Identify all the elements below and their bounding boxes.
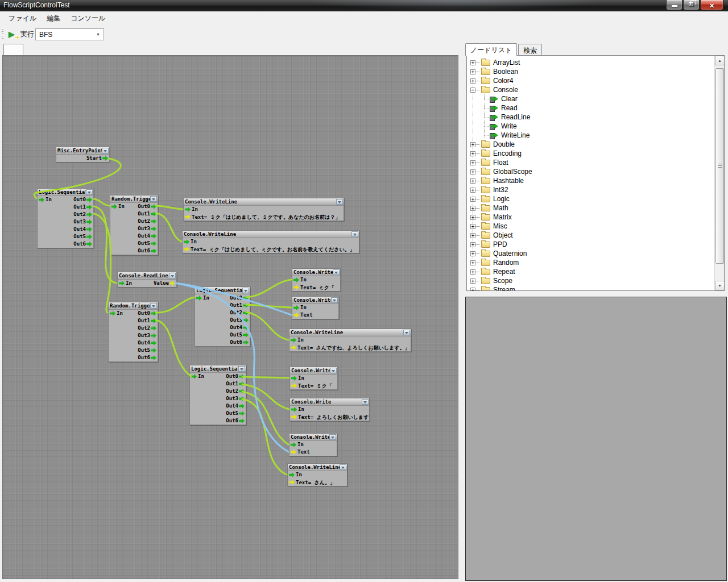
collapse-icon[interactable]: − — [470, 88, 475, 93]
tree-item-stream[interactable]: +Stream — [467, 285, 714, 290]
minimize-button[interactable] — [666, 0, 682, 10]
output-port-icon[interactable] — [151, 318, 156, 323]
expand-icon[interactable]: + — [470, 142, 475, 147]
node-header[interactable]: Console.Write — [289, 434, 337, 441]
input-port-icon[interactable] — [291, 376, 297, 381]
output-port-icon[interactable] — [243, 318, 249, 323]
node-console-write-14[interactable]: Console.WriteInText — [289, 433, 337, 456]
node-console-write-8[interactable]: Console.WriteInText= ミク「 — [292, 268, 341, 292]
output-port-icon[interactable] — [86, 234, 92, 239]
node-header[interactable]: Logic.Sequential — [190, 365, 246, 373]
node-header[interactable]: Console.Write — [290, 367, 337, 375]
node-console-writeline-4[interactable]: Console.WriteLineInText= ミク「はじめまして、ミクです。… — [182, 230, 359, 253]
output-port-icon[interactable] — [243, 310, 249, 315]
input-port-icon[interactable] — [291, 414, 297, 419]
output-port-icon[interactable] — [239, 411, 245, 416]
output-port-icon[interactable] — [102, 156, 108, 161]
output-port-icon[interactable] — [243, 296, 249, 301]
node-header[interactable]: Logic.Sequential — [195, 287, 250, 294]
tree-item-object[interactable]: +Object — [467, 231, 714, 240]
tree-item-color4[interactable]: +Color4 — [467, 76, 714, 85]
tree-item-console[interactable]: −Console — [467, 85, 714, 94]
input-port-icon[interactable] — [291, 407, 297, 412]
input-port-icon[interactable] — [293, 285, 299, 290]
node-dropdown-button[interactable] — [340, 464, 346, 470]
input-port-icon[interactable] — [293, 305, 299, 310]
input-port-icon[interactable] — [291, 450, 296, 455]
output-port-icon[interactable] — [243, 340, 249, 345]
run-button[interactable]: ▶ ➜ 実行 — [6, 27, 36, 41]
node-dropdown-button[interactable] — [330, 368, 337, 373]
node-console-writeline-10[interactable]: Console.WriteLineInText= さんですね、よろしくお願いしま… — [289, 329, 411, 352]
input-port-icon[interactable] — [293, 277, 299, 282]
node-header[interactable]: Random.Trigger — [109, 302, 158, 310]
node-dropdown-button[interactable] — [238, 366, 245, 372]
tree-item-ppd[interactable]: +PPD — [467, 240, 714, 249]
expand-icon[interactable]: + — [470, 288, 475, 291]
node-random-trigger-6[interactable]: Random.TriggerInOut0Out1Out2Out3Out4Out5… — [108, 302, 158, 362]
node-console-writeline-3[interactable]: Console.WriteLineInText= ミク「はじめまして、ミクです。… — [183, 198, 344, 221]
expand-icon[interactable]: + — [470, 69, 475, 74]
output-port-icon[interactable] — [86, 242, 92, 247]
node-console-writeline-15[interactable]: Console.WriteLineInText= さん。」 — [287, 463, 348, 487]
output-port-icon[interactable] — [151, 326, 156, 331]
node-header[interactable]: Random.Trigger — [110, 196, 158, 203]
output-port-icon[interactable] — [151, 248, 156, 253]
close-button[interactable]: ✕ — [700, 0, 723, 10]
node-dropdown-button[interactable] — [336, 199, 343, 205]
restore-button[interactable] — [683, 0, 700, 10]
algorithm-combobox[interactable]: BFS ▼ — [35, 28, 104, 40]
canvas-tab[interactable] — [3, 44, 23, 56]
output-port-icon[interactable] — [151, 204, 156, 209]
tree-item-float[interactable]: +Float — [467, 158, 714, 167]
node-dropdown-button[interactable] — [331, 297, 338, 303]
node-dropdown-button[interactable] — [102, 148, 109, 153]
input-port-icon[interactable] — [39, 197, 44, 202]
input-port-icon[interactable] — [196, 296, 202, 301]
menu-item-1[interactable]: 編集 — [42, 12, 65, 25]
output-port-icon[interactable] — [151, 340, 156, 346]
node-dropdown-button[interactable] — [150, 196, 157, 202]
output-port-icon[interactable] — [239, 389, 245, 394]
node-header[interactable]: Logic.Sequential — [38, 189, 93, 196]
tree-item-repeat[interactable]: +Repeat — [467, 267, 714, 276]
tree-item-hashtable[interactable]: +Hashtable — [467, 176, 714, 185]
tree-item-write[interactable]: Write — [467, 122, 714, 131]
node-dropdown-button[interactable] — [150, 303, 157, 309]
tree-item-matrix[interactable]: +Matrix — [467, 213, 714, 222]
node-header[interactable]: Console.Write — [292, 269, 340, 276]
expand-icon[interactable]: + — [470, 269, 475, 275]
output-port-icon[interactable] — [151, 211, 156, 217]
expand-icon[interactable]: + — [470, 206, 475, 211]
node-dropdown-button[interactable] — [351, 231, 358, 237]
tree-item-encoding[interactable]: +Encoding — [467, 149, 714, 158]
node-header[interactable]: Console.WriteLine — [288, 464, 347, 471]
node-random-trigger-2[interactable]: Random.TriggerInOut0Out1Out2Out3Out4Out5… — [110, 195, 158, 255]
output-port-icon[interactable] — [239, 404, 245, 409]
node-dropdown-button[interactable] — [86, 189, 93, 195]
node-dropdown-button[interactable] — [403, 330, 410, 335]
tree-item-readline[interactable]: ReadLine — [467, 113, 714, 122]
node-misc-entrypoint-0[interactable]: Misc.EntryPointStart — [56, 147, 110, 163]
tree-scrollbar[interactable]: ▲ ▼ — [714, 56, 724, 290]
expand-icon[interactable]: + — [470, 233, 475, 238]
output-port-icon[interactable] — [86, 197, 92, 202]
output-port-icon[interactable] — [86, 219, 92, 225]
tree-item-quaternion[interactable]: +Quaternion — [467, 249, 714, 258]
expand-icon[interactable]: + — [470, 251, 475, 256]
expand-icon[interactable]: + — [470, 278, 475, 284]
node-dropdown-button[interactable] — [333, 269, 340, 275]
node-header[interactable]: Console.WriteLine — [184, 198, 344, 206]
input-port-icon[interactable] — [291, 338, 296, 343]
output-port-icon[interactable] — [86, 212, 92, 217]
output-port-icon[interactable] — [151, 355, 156, 360]
node-logic-sequential-7[interactable]: Logic.SequentialInOut0Out1Out2Out3Out4Ou… — [195, 286, 250, 347]
node-dropdown-button[interactable] — [169, 273, 176, 278]
toolbar-grip[interactable] — [2, 28, 3, 40]
output-port-icon[interactable] — [151, 333, 156, 338]
graph-canvas[interactable]: Misc.EntryPointStartLogic.SequentialInOu… — [2, 55, 458, 579]
node-console-write-13[interactable]: Console.WriteInText= よろしくお願いします、 — [289, 398, 370, 421]
output-port-icon[interactable] — [151, 311, 156, 316]
expand-icon[interactable]: + — [470, 60, 475, 65]
input-port-icon[interactable] — [110, 311, 115, 316]
